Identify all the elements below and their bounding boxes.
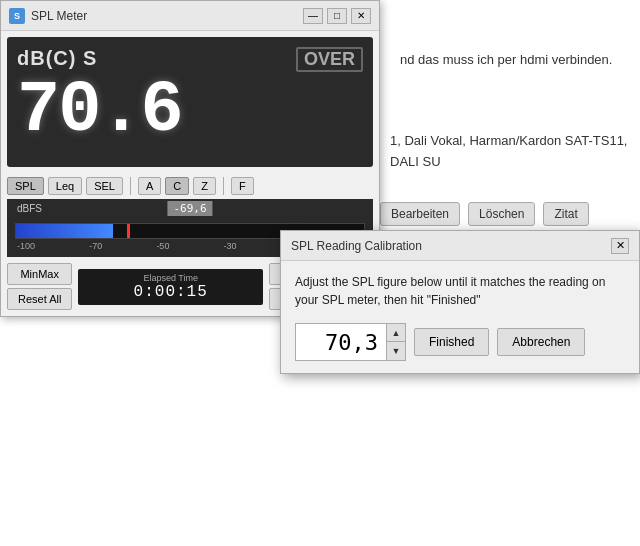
cal-description-text: Adjust the SPL figure below until it mat… (295, 273, 625, 309)
scale-100: -100 (17, 241, 35, 251)
spl-reading-value: 70.6 (17, 75, 363, 147)
bg-edit-btn[interactable]: Bearbeiten (380, 202, 460, 226)
spl-app-icon: S (9, 8, 25, 24)
window-controls: — □ ✕ (303, 8, 371, 24)
cal-dialog-title: SPL Reading Calibration (291, 239, 422, 253)
filter-a-btn[interactable]: A (138, 177, 161, 195)
dbfs-label: dBFS (17, 203, 42, 214)
spl-title-bar: S SPL Meter — □ ✕ (1, 1, 379, 31)
elapsed-time-box: Elapsed Time 0:00:15 (78, 269, 263, 305)
minimize-button[interactable]: — (303, 8, 323, 24)
bg-delete-btn[interactable]: Löschen (468, 202, 535, 226)
bg-text-1: nd das muss ich per hdmi verbinden. (400, 50, 630, 71)
bg-text-2: 1, Dali Vokal, Harman/Kardon SAT-TS11, D… (390, 131, 630, 173)
elapsed-time-value: 0:00:15 (86, 283, 255, 301)
meter-bar-red (127, 224, 130, 238)
minmax-btn[interactable]: MinMax (7, 263, 72, 285)
scale-70: -70 (89, 241, 102, 251)
cal-finished-button[interactable]: Finished (414, 328, 489, 356)
cal-spinner: ▲ ▼ (386, 324, 405, 360)
spl-mode-btn[interactable]: SPL (7, 177, 44, 195)
btn-separator-2 (223, 177, 224, 195)
cal-title-bar: SPL Reading Calibration ✕ (281, 231, 639, 261)
cal-abbrechen-button[interactable]: Abbrechen (497, 328, 585, 356)
bg-action-buttons: Bearbeiten Löschen Zitat (380, 202, 630, 226)
cal-input-container: ▲ ▼ (295, 323, 406, 361)
meter-bar-blue (16, 224, 113, 238)
sel-mode-btn[interactable]: SEL (86, 177, 123, 195)
filter-c-btn[interactable]: C (165, 177, 189, 195)
close-button[interactable]: ✕ (351, 8, 371, 24)
cal-spin-up[interactable]: ▲ (387, 324, 405, 342)
dbfs-value: -69,6 (167, 201, 212, 216)
elapsed-label: Elapsed Time (86, 273, 255, 283)
reset-all-btn[interactable]: Reset All (7, 288, 72, 310)
calibration-dialog: SPL Reading Calibration ✕ Adjust the SPL… (280, 230, 640, 374)
cal-dialog-body: Adjust the SPL figure below until it mat… (281, 261, 639, 373)
spl-window-title: SPL Meter (31, 9, 87, 23)
time-f-btn[interactable]: F (231, 177, 254, 195)
mode-button-row: SPL Leq SEL A C Z F (1, 173, 379, 199)
bg-quote-btn[interactable]: Zitat (543, 202, 588, 226)
title-bar-left: S SPL Meter (9, 8, 87, 24)
cal-value-input[interactable] (296, 324, 386, 360)
btn-separator-1 (130, 177, 131, 195)
filter-z-btn[interactable]: Z (193, 177, 216, 195)
cal-spin-down[interactable]: ▼ (387, 342, 405, 360)
scale-30: -30 (224, 241, 237, 251)
spl-display: dB(C) S OVER 70.6 (7, 37, 373, 167)
scale-50: -50 (156, 241, 169, 251)
cal-controls: ▲ ▼ Finished Abbrechen (295, 323, 625, 361)
leq-mode-btn[interactable]: Leq (48, 177, 82, 195)
over-badge: OVER (296, 47, 363, 72)
cal-close-button[interactable]: ✕ (611, 238, 629, 254)
maximize-button[interactable]: □ (327, 8, 347, 24)
